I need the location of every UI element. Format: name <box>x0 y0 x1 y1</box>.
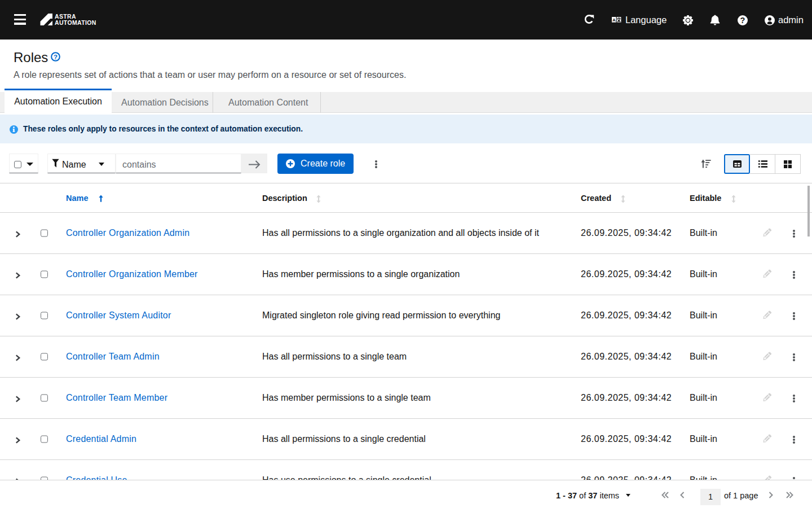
svg-text:?: ? <box>740 16 745 25</box>
svg-text:A: A <box>612 17 616 23</box>
svg-text:?: ? <box>54 54 58 60</box>
